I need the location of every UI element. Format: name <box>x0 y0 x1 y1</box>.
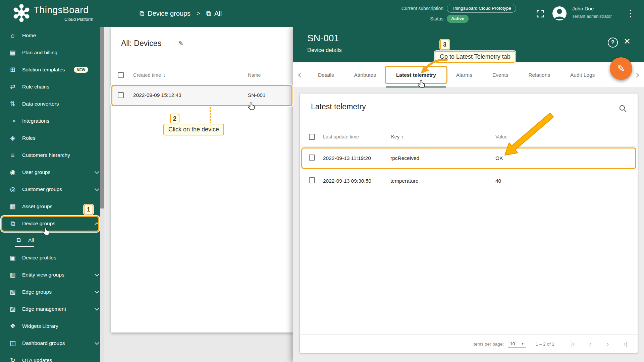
edit-device-fab[interactable]: ✎ <box>610 57 632 80</box>
select-all-checkbox[interactable] <box>118 72 124 78</box>
edit-group-pencil-icon[interactable]: ✎ <box>178 40 183 47</box>
sidebar-item-home[interactable]: ⌂ Home <box>0 27 104 44</box>
cell-last-update-time: 2022-09-13 09:30:50 <box>323 170 371 192</box>
tab-audit-logs[interactable]: Audit Logs <box>560 62 605 87</box>
row-checkbox[interactable] <box>309 155 315 161</box>
sidebar-item-widgets-library[interactable]: ❖ Widgets Library <box>0 317 104 335</box>
thingsboard-logo-icon <box>13 4 30 22</box>
sidebar-item-roles[interactable]: ◈ Roles <box>0 129 104 146</box>
telemetry-row-rpcreceived[interactable]: 2022-09-13 11:19:20 rpcReceived OK <box>300 146 638 170</box>
user-name: John Doe <box>572 6 594 11</box>
step-1-badge: 1 <box>84 204 93 215</box>
column-last-update-time[interactable]: Last update time <box>323 127 359 146</box>
ota-icon: ↻ <box>9 356 17 362</box>
next-page-icon[interactable]: › <box>604 341 611 348</box>
sidebar-item-customer-groups[interactable]: ◎ Customer groups <box>0 181 104 198</box>
app-subtitle: Cloud Platform <box>34 17 93 22</box>
device-details-drawer: SN-001 Device details ? × Details Attrib… <box>293 27 644 362</box>
sidebar-item-integrations[interactable]: ⇥ Integrations <box>0 112 104 129</box>
device-list-title: All: Devices <box>121 39 161 48</box>
tab-latest-telemetry[interactable]: Latest telemetry <box>386 62 446 87</box>
last-page-icon[interactable]: ›| <box>622 341 629 348</box>
scrollbar-thumb[interactable] <box>100 27 104 208</box>
hierarchy-icon: ≡ <box>9 152 17 159</box>
sidebar-item-customers-hierarchy[interactable]: ≡ Customers hierarchy <box>0 146 104 164</box>
row-checkbox[interactable] <box>118 92 124 98</box>
row-checkbox[interactable] <box>309 177 315 183</box>
chevron-down-icon <box>95 340 99 345</box>
sidebar-item-solution-templates[interactable]: ⊞ Solution templates NEW <box>0 61 104 78</box>
device-row-sn001[interactable]: 2022-09-09 15:12:43 SN-001 <box>111 85 293 106</box>
user-avatar[interactable] <box>552 6 567 20</box>
close-icon[interactable]: × <box>624 35 630 48</box>
cell-value: 40 <box>495 170 501 192</box>
paginator-range: 1 – 2 of 2 <box>536 342 554 347</box>
select-all-checkbox[interactable] <box>309 134 315 140</box>
tab-alarms[interactable]: Alarms <box>446 62 482 87</box>
tab-attributes[interactable]: Attributes <box>344 62 386 87</box>
breadcrumb-all[interactable]: ⧉ All <box>206 10 222 17</box>
sidebar-item-device-profiles[interactable]: ▣ Device profiles <box>0 249 104 266</box>
sidebar-item-dashboard-groups[interactable]: ◫ Dashboard groups <box>0 335 104 352</box>
edge-icon: ▧ <box>9 288 17 296</box>
billing-icon: ▤ <box>9 49 17 56</box>
sidebar-item-edge-groups[interactable]: ▧ Edge groups <box>0 283 104 300</box>
tab-details[interactable]: Details <box>308 62 344 87</box>
sidebar-item-all[interactable]: ⧉ All <box>0 232 104 249</box>
chevron-down-icon <box>95 272 99 276</box>
cell-key: rpcReceived <box>390 146 419 170</box>
tabs-scroll-left-icon[interactable] <box>293 62 308 87</box>
step-2-callout: Click on the device <box>163 124 224 135</box>
chevron-down-icon <box>95 169 99 174</box>
status-badge: Active <box>447 15 469 23</box>
devices-icon: ⧉ <box>206 10 211 17</box>
caret-down-icon: ▾ <box>522 342 524 346</box>
roles-icon: ◈ <box>9 134 17 142</box>
integration-icon: ⇥ <box>9 117 17 125</box>
sidebar-item-ota-updates[interactable]: ↻ OTA updates <box>0 352 104 362</box>
sidebar-item-rule-chains[interactable]: ⇄ Rule chains <box>0 78 104 95</box>
page-size-select[interactable]: 10 ▾ <box>508 340 526 348</box>
tab-relations[interactable]: Relations <box>518 62 560 87</box>
telemetry-row-temperature[interactable]: 2022-09-13 09:30:50 temperature 40 <box>300 170 638 192</box>
latest-telemetry-card: Latest telemetry Last update time Key↑ V… <box>300 94 638 353</box>
sort-desc-icon: ↓ <box>163 72 166 78</box>
sidebar-item-plan-and-billing[interactable]: ▤ Plan and billing <box>0 44 104 61</box>
breadcrumb: ⧉ Device groups > ⧉ All <box>140 0 222 27</box>
cell-value: OK <box>495 146 503 170</box>
column-value[interactable]: Value <box>495 127 507 146</box>
app-logo[interactable] <box>13 4 30 22</box>
pencil-icon: ✎ <box>617 63 625 74</box>
step-2-badge: 2 <box>170 114 179 124</box>
help-icon[interactable]: ? <box>608 38 618 48</box>
previous-page-icon[interactable]: ‹ <box>587 341 594 348</box>
sidebar-scrollbar[interactable] <box>100 27 104 362</box>
drawer-subtitle: Device details <box>307 47 342 53</box>
fullscreen-icon[interactable] <box>536 9 545 18</box>
first-page-icon[interactable]: |‹ <box>569 341 577 348</box>
column-created-time[interactable]: Created time↓ <box>133 65 166 85</box>
sidebar-item-device-groups[interactable]: ⧉ Device groups <box>0 215 104 232</box>
column-name[interactable]: Name <box>248 65 261 85</box>
cell-device-name: SN-001 <box>248 85 266 106</box>
customers-icon: ◎ <box>9 185 17 193</box>
sidebar-item-user-groups[interactable]: ◉ User groups <box>0 164 104 181</box>
dashboards-icon: ◫ <box>9 339 17 347</box>
devices-icon: ⧉ <box>15 237 23 244</box>
rule-chains-icon: ⇄ <box>9 83 17 90</box>
more-menu-icon[interactable]: ⋮ <box>626 8 635 19</box>
sidebar-item-data-converters[interactable]: ⇅ Data converters <box>0 95 104 112</box>
details-tab-bar: Details Attributes Latest telemetry Alar… <box>293 62 644 88</box>
sort-asc-icon: ↑ <box>401 134 404 139</box>
column-key[interactable]: Key↑ <box>391 127 404 146</box>
sidebar-item-entity-view-groups[interactable]: ▥ Entity view groups <box>0 266 104 283</box>
new-badge: NEW <box>74 67 89 73</box>
tab-events[interactable]: Events <box>482 62 518 87</box>
app-title: ThingsBoard <box>34 5 89 15</box>
user-role: Tenant administrator <box>572 14 612 19</box>
search-icon[interactable] <box>619 104 627 113</box>
breadcrumb-device-groups[interactable]: ⧉ Device groups <box>140 10 191 17</box>
step-3-badge: 3 <box>440 40 449 50</box>
subscription-chip[interactable]: ThingsBoard Cloud Prototype <box>447 4 516 13</box>
sidebar-item-edge-management[interactable]: ▨ Edge management <box>0 300 104 317</box>
